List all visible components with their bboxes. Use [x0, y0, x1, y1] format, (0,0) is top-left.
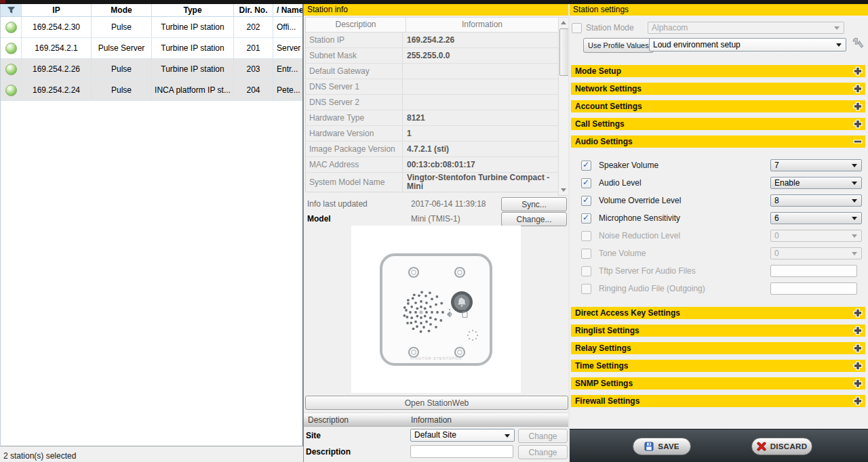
station-name: Offi...	[273, 17, 302, 37]
column-header-ip[interactable]: IP	[22, 4, 92, 16]
site-select[interactable]: Default Site	[410, 429, 515, 442]
profile-row: Use Profile Values Loud environment setu…	[570, 38, 868, 51]
use-profile-values-button[interactable]: Use Profile Values	[583, 38, 654, 53]
station-list-panel: IP Mode Type Dir. No. / Name 169.254.2.3…	[0, 4, 303, 462]
microphone-sensitivity-select[interactable]: 6	[770, 212, 862, 224]
info-row: DNS Server 1	[306, 79, 558, 95]
info-last-updated-value: 2017-06-14 11:39:18	[411, 197, 486, 211]
section-snmp-settings[interactable]: SNMP Settings	[571, 377, 865, 390]
section-audio-settings[interactable]: Audio Settings	[571, 135, 865, 148]
change-model-button[interactable]: Change...	[501, 212, 567, 226]
expand-icon[interactable]	[853, 343, 863, 353]
tone-volume-select[interactable]: 0	[770, 247, 862, 259]
collapse-icon[interactable]	[853, 137, 863, 146]
station-row-selected[interactable]: 169.254.2.26 Pulse Turbine IP station 20…	[1, 59, 302, 80]
info-row: Hardware Version1	[306, 126, 558, 142]
ringing-audio-file-checkbox[interactable]	[581, 284, 591, 294]
audio-setting-row: Noise Reduction Level 0	[570, 230, 868, 242]
status-led-icon	[5, 22, 17, 33]
profile-select[interactable]: Loud environment setup	[649, 38, 846, 51]
description-change-button[interactable]: Change	[518, 445, 568, 459]
volume-override-checkbox[interactable]	[581, 196, 591, 206]
intercom-faceplate-image: VINGTOR STENTOFON	[379, 253, 493, 366]
station-row[interactable]: 169.254.2.30 Pulse Turbine IP station 20…	[1, 17, 302, 38]
section-firewall-settings[interactable]: Firewall Settings	[571, 395, 865, 407]
station-dirno: 203	[234, 59, 273, 79]
expand-icon[interactable]	[853, 84, 863, 93]
expand-icon[interactable]	[853, 379, 863, 388]
open-stationweb-button[interactable]: Open StationWeb	[305, 396, 568, 410]
ringing-audio-file-input[interactable]	[770, 282, 857, 295]
station-ip: 169.254.2.26	[22, 59, 92, 79]
noise-reduction-select[interactable]: 0	[770, 230, 862, 242]
discard-button[interactable]: DISCARD	[751, 438, 812, 455]
expand-icon[interactable]	[853, 102, 863, 111]
save-button[interactable]: SAVE	[633, 438, 691, 455]
site-change-button[interactable]: Change	[518, 429, 568, 443]
audio-setting-row: Speaker Volume 7	[570, 159, 868, 171]
save-icon	[644, 442, 654, 451]
filter-icon	[7, 7, 15, 14]
description-input[interactable]	[410, 445, 513, 458]
section-direct-access-key-settings[interactable]: Direct Access Key Settings	[571, 307, 865, 319]
scrollbar-thumb[interactable]	[559, 28, 569, 76]
audio-level-select[interactable]: Enable	[770, 177, 862, 189]
sync-button[interactable]: Sync...	[501, 197, 567, 211]
station-mode-checkbox[interactable]	[572, 23, 582, 33]
selection-status-bar: 2 station(s) selected	[3, 450, 76, 462]
station-row-selected[interactable]: 169.254.2.24 Pulse INCA platform IP st..…	[1, 80, 302, 101]
site-row: Site Default Site Change	[305, 429, 567, 442]
section-time-settings[interactable]: Time Settings	[571, 360, 865, 372]
tftp-server-checkbox[interactable]	[581, 266, 591, 276]
filter-header-cell[interactable]	[1, 4, 22, 16]
expand-icon[interactable]	[853, 396, 863, 406]
column-header-type[interactable]: Type	[152, 4, 234, 16]
audio-level-checkbox[interactable]	[581, 178, 591, 188]
device-image: VINGTOR STENTOFON	[351, 226, 521, 393]
chevron-down-icon	[852, 199, 857, 203]
info-row: MAC Address00:13:cb:08:01:17	[306, 157, 558, 173]
section-ringlist-settings[interactable]: Ringlist Settings	[571, 324, 865, 337]
speaker-volume-select[interactable]: 7	[770, 159, 862, 171]
station-row[interactable]: 169.254.2.1 Pulse Server Turbine IP stat…	[1, 38, 302, 59]
station-info-table: Description Information Station IP169.25…	[305, 17, 559, 192]
scroll-up-icon[interactable]	[559, 18, 568, 28]
station-mode-label: Station Mode	[586, 22, 634, 34]
expand-icon[interactable]	[853, 308, 863, 318]
audio-setting-row: Tone Volume 0	[570, 247, 868, 259]
window-corner-artifact	[0, 0, 5, 3]
column-header-mode[interactable]: Mode	[92, 4, 152, 16]
expand-icon[interactable]	[853, 326, 863, 335]
station-dirno: 202	[234, 17, 273, 37]
station-name: Entr...	[273, 59, 302, 79]
wrench-icon[interactable]	[851, 37, 866, 51]
description-row: Description Change	[305, 445, 567, 459]
section-account-settings[interactable]: Account Settings	[571, 100, 865, 112]
station-dirno: 204	[234, 80, 273, 100]
station-mode-select[interactable]: Alphacom	[648, 22, 844, 34]
column-header-dirno[interactable]: Dir. No.	[234, 4, 273, 16]
noise-reduction-checkbox[interactable]	[581, 231, 591, 241]
info-row: Subnet Mask255.255.0.0	[306, 48, 558, 64]
info-table-scrollbar[interactable]	[558, 17, 569, 196]
model-label: Model	[307, 212, 331, 226]
section-network-settings[interactable]: Network Settings	[571, 83, 865, 95]
scroll-down-icon[interactable]	[559, 185, 568, 195]
chevron-down-icon	[836, 43, 842, 47]
expand-icon[interactable]	[853, 361, 863, 371]
speaker-volume-checkbox[interactable]	[581, 161, 591, 171]
station-list-table: IP Mode Type Dir. No. / Name 169.254.2.3…	[0, 4, 303, 446]
section-relay-settings[interactable]: Relay Settings	[571, 342, 865, 354]
volume-override-select[interactable]: 8	[770, 194, 862, 207]
station-name: Pete...	[273, 80, 302, 100]
section-mode-setup[interactable]: Mode Setup	[571, 65, 865, 77]
tone-volume-checkbox[interactable]	[581, 249, 591, 259]
tftp-server-input[interactable]	[770, 265, 857, 277]
bottom-col-description: Description	[308, 413, 349, 427]
section-call-settings[interactable]: Call Settings	[571, 118, 865, 130]
expand-icon[interactable]	[853, 66, 863, 76]
model-value: Mini (TMIS-1)	[411, 212, 460, 226]
expand-icon[interactable]	[853, 119, 863, 129]
column-header-name[interactable]: / Name	[273, 4, 302, 16]
microphone-sensitivity-checkbox[interactable]	[581, 213, 591, 224]
